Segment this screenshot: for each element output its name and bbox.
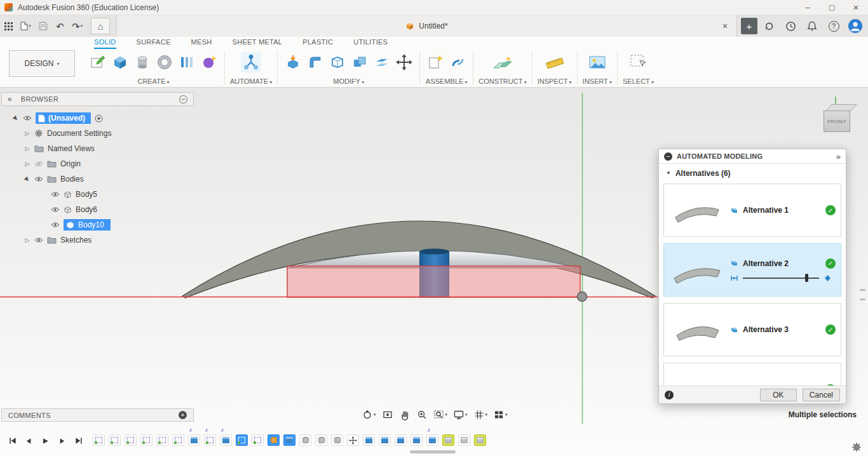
timeline-feature-sketch[interactable]: [172, 434, 184, 446]
timeline-feature-sketch[interactable]: [109, 434, 121, 446]
step-forward-button[interactable]: [55, 434, 69, 448]
collapse-dialog-icon[interactable]: [664, 152, 672, 161]
edge-handle[interactable]: [860, 289, 865, 291]
timeline-feature-cylinder[interactable]: [315, 434, 327, 446]
save-button[interactable]: [34, 18, 51, 35]
cancel-button[interactable]: Cancel: [803, 389, 840, 401]
timeline-feature-sketch[interactable]: [156, 434, 168, 446]
automate-group-label[interactable]: AUTOMATE: [230, 77, 272, 85]
inspect-group-label[interactable]: INSPECT: [538, 77, 572, 85]
notifications-button[interactable]: [804, 18, 820, 34]
slider-handle[interactable]: [805, 274, 808, 282]
timeline-feature-extrude[interactable]: [363, 434, 375, 446]
expand-arrow-icon[interactable]: [24, 130, 31, 137]
expand-dialog-icon[interactable]: [836, 152, 841, 161]
offset-face-button[interactable]: [372, 51, 392, 73]
fit-button[interactable]: ▾: [431, 408, 450, 422]
cylinder-button[interactable]: [132, 51, 153, 73]
joint-button[interactable]: [447, 51, 468, 73]
construct-group-label[interactable]: CONSTRUCT: [478, 77, 526, 85]
timeline-feature-extrude[interactable]: [188, 434, 200, 446]
alternative-thumbnail[interactable]: [664, 251, 729, 288]
timeline-feature-extrude[interactable]: [426, 434, 438, 446]
create-sketch-button[interactable]: [88, 51, 108, 73]
alternative-card-4[interactable]: Alternative 4: [663, 363, 841, 386]
orbit-button[interactable]: ▾: [360, 408, 378, 422]
document-tab[interactable]: Untitled*: [116, 15, 737, 37]
tab-mesh[interactable]: MESH: [191, 38, 212, 49]
browser-item-bodies[interactable]: Bodies: [1, 171, 194, 187]
browser-minimize-icon[interactable]: [179, 95, 187, 104]
play-button[interactable]: [38, 434, 53, 448]
browser-item-sketches[interactable]: Sketches: [1, 232, 194, 248]
alternative-card-1[interactable]: Alternative 1: [663, 184, 841, 237]
fillet-button[interactable]: [305, 51, 325, 73]
timeline-feature-highlight-yellow[interactable]: [442, 434, 454, 446]
insert-button[interactable]: [587, 51, 607, 73]
edge-handle[interactable]: [860, 298, 865, 300]
ok-button[interactable]: OK: [760, 389, 797, 401]
create-form-button[interactable]: [199, 51, 219, 73]
select-button[interactable]: [628, 51, 649, 73]
combine-button[interactable]: [349, 51, 370, 73]
automate-button[interactable]: [240, 51, 262, 73]
slider-max-icon[interactable]: [824, 274, 832, 282]
move-copy-button[interactable]: [394, 51, 414, 73]
viewports-button[interactable]: ▾: [491, 408, 510, 422]
step-back-button[interactable]: [22, 434, 36, 448]
visibility-eye-icon[interactable]: [51, 222, 60, 228]
expand-arrow-icon[interactable]: [24, 237, 31, 243]
display-settings-button[interactable]: ▾: [451, 408, 470, 422]
account-avatar[interactable]: [848, 18, 863, 34]
tab-utilities[interactable]: UTILITIES: [353, 38, 388, 49]
workspace-selector[interactable]: DESIGN: [9, 50, 75, 77]
timeline-feature-extrude[interactable]: [220, 434, 232, 446]
visibility-eye-icon[interactable]: [23, 115, 32, 121]
visibility-eye-off-icon[interactable]: [34, 161, 43, 167]
alternative-thumbnail[interactable]: [664, 311, 729, 348]
timeline-feature-extrude[interactable]: [379, 434, 391, 446]
select-group-label[interactable]: SELECT: [623, 77, 654, 85]
timeline-scrollbar[interactable]: [410, 450, 456, 453]
create-group-label[interactable]: CREATE: [137, 77, 169, 85]
expand-arrow-icon[interactable]: [11, 114, 20, 123]
tab-plastic[interactable]: PLASTIC: [302, 38, 333, 49]
alternatives-section-header[interactable]: Alternatives (6): [659, 164, 846, 182]
timeline-feature-selected-orange[interactable]: [268, 434, 280, 446]
timeline-feature-sketch[interactable]: [204, 434, 216, 446]
help-button[interactable]: [826, 18, 841, 34]
alternative-card-2-selected[interactable]: Alternative 2: [663, 243, 841, 297]
timeline-feature-move[interactable]: [347, 434, 359, 446]
expand-arrow-icon[interactable]: [24, 145, 31, 152]
browser-item-body5[interactable]: Body5: [1, 187, 194, 202]
app-grid-menu-button[interactable]: [0, 18, 17, 35]
browser-item-root[interactable]: (Unsaved): [1, 111, 194, 126]
new-component-button[interactable]: [425, 51, 445, 73]
viewcube-front-face[interactable]: FRONT: [824, 111, 850, 132]
preserve-region-highlight[interactable]: [287, 266, 580, 297]
redo-button[interactable]: ↷▾: [69, 18, 86, 35]
grid-snap-button[interactable]: ▾: [471, 408, 490, 422]
home-view-button[interactable]: [91, 18, 110, 34]
activity-history-button[interactable]: [783, 18, 798, 34]
timeline-feature-extrude[interactable]: [410, 434, 423, 446]
zoom-button[interactable]: [414, 408, 430, 422]
visibility-eye-icon[interactable]: [34, 176, 43, 182]
expand-arrow-icon[interactable]: [24, 161, 31, 167]
timeline-feature-sketch[interactable]: [93, 434, 105, 446]
minimize-button[interactable]: [796, 0, 820, 15]
visibility-eye-icon[interactable]: [51, 191, 60, 198]
modify-group-label[interactable]: MODIFY: [333, 77, 364, 85]
timeline-feature-sketch[interactable]: [140, 434, 153, 446]
browser-item-document-settings[interactable]: Document Settings: [1, 126, 194, 141]
alternative-thumbnail[interactable]: [664, 380, 729, 386]
section-expand-icon[interactable]: [666, 170, 671, 176]
timeline-feature-selected-blue[interactable]: [283, 434, 295, 446]
close-window-button[interactable]: [844, 0, 868, 15]
undo-button[interactable]: ↶: [51, 18, 69, 35]
info-icon[interactable]: [665, 391, 674, 399]
look-at-button[interactable]: [380, 408, 395, 422]
box-button[interactable]: [110, 51, 130, 73]
tab-sheet-metal[interactable]: SHEET METAL: [233, 38, 283, 49]
visibility-eye-icon[interactable]: [34, 237, 43, 243]
